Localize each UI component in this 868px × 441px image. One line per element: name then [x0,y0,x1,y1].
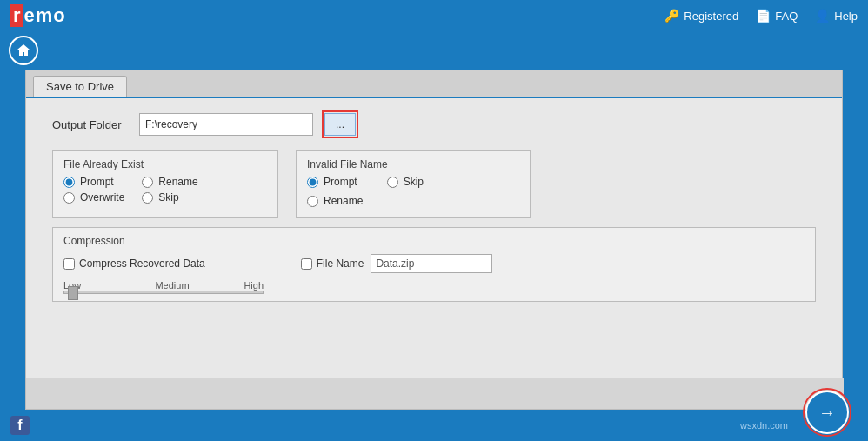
panel: Save to Drive Output Folder ... File Alr… [25,70,843,410]
tab-save-to-drive[interactable]: Save to Drive [33,76,127,97]
compress-checkbox-wrapper: Compress Recovered Data [63,257,205,270]
ifn-skip-row: Skip [387,176,424,188]
logo-text: emo [24,4,66,27]
ifn-row2: Rename [307,195,519,210]
user-icon: 👤 [815,9,830,23]
slider-section: Low Medium High [63,280,805,294]
footer: f wsxdn.com → [0,410,868,441]
ifn-skip-label: Skip [404,176,424,188]
ifn-rename-radio[interactable] [307,196,318,207]
browse-button[interactable]: ... [324,113,356,136]
facebook-label: f [17,418,22,433]
output-folder-label: Output Folder [52,118,130,131]
file-name-checkbox[interactable] [301,258,312,270]
fae-rename-row: Rename [142,176,197,188]
slider-labels: Low Medium High [63,280,264,291]
ifn-row1: Prompt Skip [307,176,519,191]
header-nav: 🔑 Registered 📄 FAQ 👤 Help [664,9,858,23]
file-name-row: File Name [301,254,493,273]
output-folder-row: Output Folder ... [52,110,816,138]
fae-rename-radio[interactable] [142,177,153,188]
ifn-skip-radio[interactable] [387,177,398,188]
facebook-button[interactable]: f [10,416,30,435]
next-icon: → [818,403,836,423]
logo-box: r [10,4,23,27]
next-button[interactable]: → [805,391,849,434]
slider-high-label: High [229,280,264,291]
faq-icon: 📄 [756,9,771,23]
invalid-file-title: Invalid File Name [307,158,519,170]
fae-overwrite-label: Overwrite [80,191,124,204]
form-area: Output Folder ... File Already Exist [26,98,842,378]
file-already-exist-box: File Already Exist Prompt Overwrite [52,150,278,218]
bottom-bar [26,378,844,409]
fae-skip-row: Skip [142,191,197,204]
invalid-file-name-box: Invalid File Name Prompt Skip [296,150,531,218]
fae-prompt-label: Prompt [80,176,114,188]
ifn-rename-label: Rename [324,195,363,207]
slider-track [63,291,264,294]
ifn-prompt-radio[interactable] [307,177,318,188]
home-button[interactable] [9,36,38,65]
compress-checkbox[interactable] [63,258,75,270]
home-icon [17,43,30,57]
top-bar [0,31,868,70]
registered-nav[interactable]: 🔑 Registered [664,9,738,23]
faq-label: FAQ [775,10,798,23]
tab-label: Save to Drive [46,80,114,93]
ifn-rename-row: Rename [307,195,363,207]
file-name-input[interactable] [371,254,492,273]
output-folder-input[interactable] [139,113,313,136]
slider-thumb[interactable] [68,286,78,300]
main-content: Save to Drive Output Folder ... File Alr… [0,31,868,441]
browse-button-wrapper: ... [322,110,358,138]
fae-overwrite-radio[interactable] [63,192,75,204]
fae-prompt-row: Prompt [63,176,124,188]
help-nav[interactable]: 👤 Help [815,9,858,23]
help-label: Help [834,10,858,23]
ifn-prompt-label: Prompt [324,176,357,188]
fae-skip-label: Skip [158,191,178,204]
tab-row: Save to Drive [26,70,842,98]
compression-title: Compression [63,235,805,247]
invalid-radio-grid: Prompt Skip Rename [307,176,519,210]
file-name-label: File Name [317,257,364,270]
fae-rename-label: Rename [158,176,197,188]
ifn-prompt-row: Prompt [307,176,357,188]
logo: r emo [10,4,66,27]
faq-nav[interactable]: 📄 FAQ [756,9,798,23]
file-exist-title: File Already Exist [63,158,267,170]
browse-button-label: ... [336,118,344,130]
slider-medium-label: Medium [137,280,207,291]
nav-bottom: f wsxdn.com → [10,410,858,441]
fae-overwrite-row: Overwrite [63,191,124,204]
header: r emo 🔑 Registered 📄 FAQ 👤 Help [0,0,868,31]
fae-skip-radio[interactable] [142,192,153,204]
two-col-section: File Already Exist Prompt Overwrite [52,150,816,218]
file-name-checkbox-wrapper: File Name [301,257,364,270]
key-icon: 🔑 [664,9,679,23]
fae-prompt-radio[interactable] [63,177,75,188]
registered-label: Registered [684,10,738,23]
compression-section: Compression Compress Recovered Data File… [52,227,816,302]
compress-label: Compress Recovered Data [79,257,205,270]
watermark: wsxdn.com [740,420,788,431]
